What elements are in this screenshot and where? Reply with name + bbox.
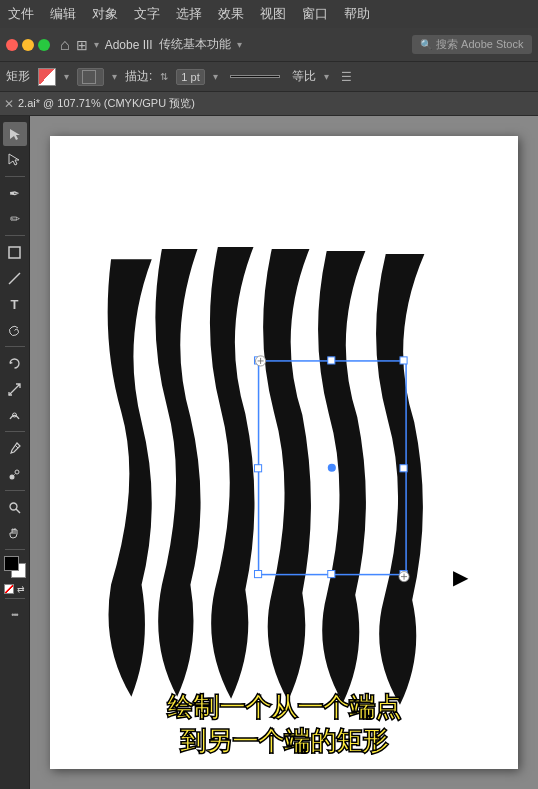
tool-warp[interactable] <box>3 403 27 427</box>
tool-direct-select[interactable] <box>3 148 27 172</box>
handle-tr[interactable] <box>400 357 407 364</box>
tool-panel: ✒ ✏ T <box>0 116 30 789</box>
svg-point-7 <box>10 503 17 510</box>
canvas-page: ▶ 绘制一个从一个端点 到另一个端的矩形 <box>50 136 518 769</box>
tool-separator-2 <box>5 235 25 236</box>
tool-separator-4 <box>5 431 25 432</box>
tab-title[interactable]: 2.ai* @ 107.71% (CMYK/GPU 预览) <box>18 96 195 111</box>
selection-center-dot <box>328 464 336 472</box>
ratio-label: 等比 <box>292 68 316 85</box>
tool-rotate[interactable] <box>3 351 27 375</box>
workspace-label: Adobe III <box>105 38 153 52</box>
tool-separator-6 <box>5 549 25 550</box>
align-icon[interactable]: ☰ <box>341 70 352 84</box>
search-box[interactable]: 🔍 搜索 Adobe Stock <box>412 35 532 54</box>
fullscreen-button[interactable] <box>38 39 50 51</box>
tool-pen[interactable]: ✒ <box>3 181 27 205</box>
workspace-extra[interactable]: 传统基本功能 <box>159 36 231 53</box>
app-toolbar: ⌂ ⊞ ▾ Adobe III 传统基本功能 ▾ 🔍 搜索 Adobe Stoc… <box>0 28 538 62</box>
tool-type[interactable]: T <box>3 292 27 316</box>
main-area: ✒ ✏ T <box>0 116 538 789</box>
tool-more[interactable]: ••• <box>3 603 27 627</box>
handle-bl[interactable] <box>254 571 261 578</box>
menu-help[interactable]: 帮助 <box>344 5 370 23</box>
fill-color-fg <box>4 556 19 571</box>
tool-select[interactable] <box>3 122 27 146</box>
tool-spiral[interactable] <box>3 318 27 342</box>
menu-view[interactable]: 视图 <box>260 5 286 23</box>
tool-rectangle[interactable] <box>3 240 27 264</box>
grid-icon[interactable]: ⊞ <box>76 37 88 53</box>
traffic-lights <box>6 39 50 51</box>
menu-file[interactable]: 文件 <box>8 5 34 23</box>
fill-swatch[interactable] <box>38 68 56 86</box>
stroke-value-box[interactable]: 1 pt <box>176 69 204 85</box>
stroke-box[interactable] <box>77 68 104 86</box>
handle-bm[interactable] <box>328 571 335 578</box>
artwork-svg <box>50 136 518 769</box>
canvas-area: ▶ 绘制一个从一个端点 到另一个端的矩形 <box>30 116 538 789</box>
tool-blend[interactable] <box>3 462 27 486</box>
svg-point-4 <box>10 474 15 479</box>
artwork-shapes <box>108 247 425 705</box>
tool-separator-1 <box>5 176 25 177</box>
minimize-button[interactable] <box>22 39 34 51</box>
menubar: 文件 编辑 对象 文字 选择 效果 视图 窗口 帮助 <box>0 0 538 28</box>
no-color-swap-row: ⇄ <box>4 584 25 594</box>
svg-line-3 <box>15 445 18 448</box>
color-swatches[interactable] <box>4 556 26 578</box>
svg-line-8 <box>16 509 20 513</box>
close-button[interactable] <box>6 39 18 51</box>
stroke-label: 描边: <box>125 68 152 85</box>
shape-label: 矩形 <box>6 68 30 85</box>
stroke-value: 1 pt <box>181 71 199 83</box>
handle-ml[interactable] <box>254 465 261 472</box>
tool-hand[interactable] <box>3 521 27 545</box>
menu-object[interactable]: 对象 <box>92 5 118 23</box>
svg-rect-0 <box>9 247 20 258</box>
tool-eyedropper[interactable] <box>3 436 27 460</box>
ratio-chevron-icon: ▾ <box>324 71 329 82</box>
swap-colors-icon[interactable]: ⇄ <box>17 584 25 594</box>
tab-close-button[interactable]: ✕ <box>4 97 14 111</box>
tool-zoom[interactable] <box>3 495 27 519</box>
properties-bar: 矩形 ▾ ▾ 描边: ⇅ 1 pt ▾ 等比 ▾ ☰ <box>0 62 538 92</box>
svg-point-5 <box>15 470 19 474</box>
stroke-up-down-icon: ⇅ <box>160 71 168 82</box>
tool-pencil[interactable]: ✏ <box>3 207 27 231</box>
menu-window[interactable]: 窗口 <box>302 5 328 23</box>
stroke-chevron-icon: ▾ <box>112 71 117 82</box>
tool-separator-5 <box>5 490 25 491</box>
fill-chevron-icon: ▾ <box>64 71 69 82</box>
menu-select[interactable]: 选择 <box>176 5 202 23</box>
tool-separator-3 <box>5 346 25 347</box>
handle-tm[interactable] <box>328 357 335 364</box>
svg-line-1 <box>9 273 20 284</box>
tool-line[interactable] <box>3 266 27 290</box>
menu-effect[interactable]: 效果 <box>218 5 244 23</box>
menu-edit[interactable]: 编辑 <box>50 5 76 23</box>
menu-text[interactable]: 文字 <box>134 5 160 23</box>
grid-chevron-icon: ▾ <box>94 39 99 50</box>
home-icon[interactable]: ⌂ <box>60 36 70 54</box>
stroke-dash-preview <box>230 75 280 78</box>
stroke-value-chevron-icon: ▾ <box>213 71 218 82</box>
search-icon: 🔍 <box>420 39 432 50</box>
workspace-chevron-icon: ▾ <box>237 39 242 50</box>
tabbar: ✕ 2.ai* @ 107.71% (CMYK/GPU 预览) <box>0 92 538 116</box>
no-color-icon[interactable] <box>4 584 14 594</box>
search-placeholder: 搜索 Adobe Stock <box>436 37 523 52</box>
tool-scale[interactable] <box>3 377 27 401</box>
tool-separator-7 <box>5 598 25 599</box>
handle-mr[interactable] <box>400 465 407 472</box>
